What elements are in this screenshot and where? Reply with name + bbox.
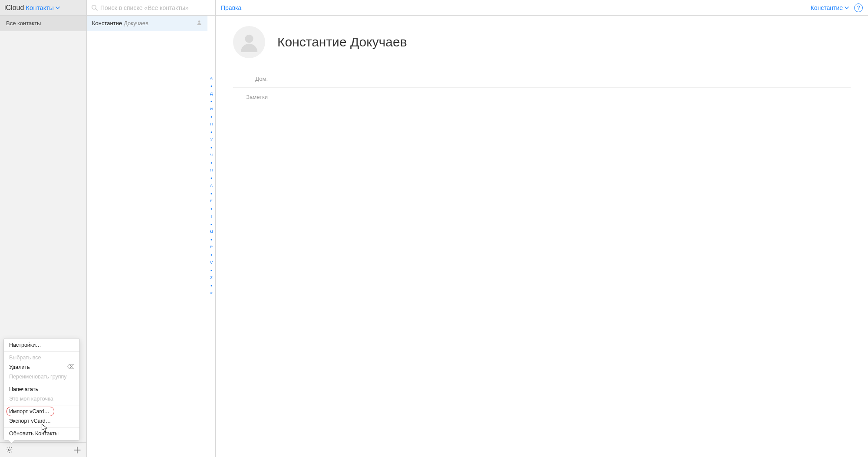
menu-settings[interactable]: Настройки…	[4, 340, 79, 350]
menu-refresh[interactable]: Обновить Контакты	[4, 429, 79, 438]
alpha-index-dot[interactable]: •	[210, 285, 212, 286]
alpha-index-letter[interactable]: У	[210, 138, 213, 142]
alpha-index-dot[interactable]: •	[210, 162, 212, 164]
alpha-index-dot[interactable]: •	[210, 147, 212, 148]
contact-detail: Константие Докучаев Дом. Заметки	[216, 16, 868, 457]
detail-field-notes[interactable]: Заметки	[233, 94, 851, 100]
groups-footer	[0, 442, 86, 457]
contact-row-selected[interactable]: Константие Докучаев	[87, 16, 207, 31]
alpha-index-letter[interactable]: А	[210, 76, 213, 80]
edit-button[interactable]: Правка	[221, 4, 241, 11]
contact-last-name: Докучаев	[124, 20, 148, 26]
contact-first-name: Константие	[92, 20, 122, 26]
group-all-contacts[interactable]: Все контакты	[0, 16, 86, 31]
svg-line-1	[95, 9, 97, 10]
alpha-index-letter[interactable]: A	[210, 184, 213, 188]
me-menu[interactable]: Константие	[811, 4, 849, 11]
top-bar: iCloud Контакты Правка Константие ?	[0, 0, 868, 16]
person-icon	[239, 32, 259, 52]
gear-icon	[6, 446, 13, 454]
add-button[interactable]	[72, 445, 82, 455]
alpha-index-letter[interactable]: #	[210, 291, 212, 295]
contact-list-column: Константие Докучаев А•Д•И•П•У•Ч•Я•A•E•I•…	[87, 16, 216, 457]
contact-list: Константие Докучаев	[87, 16, 207, 457]
alpha-index-dot[interactable]: •	[210, 193, 212, 194]
menu-my-card: Это моя карточка	[4, 394, 79, 404]
detail-field-home[interactable]: Дом.	[233, 70, 851, 88]
settings-menu: Настройки… Выбрать все Удалить Переимено…	[3, 338, 80, 441]
alpha-index-letter[interactable]: Z	[210, 276, 213, 280]
search-input[interactable]	[100, 4, 211, 11]
alpha-index-letter[interactable]: I	[211, 215, 212, 219]
topbar-right: Правка Константие ?	[216, 0, 868, 15]
alpha-index-dot[interactable]: •	[210, 208, 212, 210]
alpha-index-letter[interactable]: Я	[210, 168, 213, 172]
detail-notes-label: Заметки	[233, 94, 268, 100]
app-switcher-label: Контакты	[26, 4, 54, 11]
groups-sidebar: Все контакты Настройки… Выбрать все Удал…	[0, 16, 87, 457]
app-switcher[interactable]: Контакты	[26, 4, 60, 11]
alpha-index-letter[interactable]: E	[210, 199, 213, 203]
brand-label: iCloud	[4, 4, 24, 12]
main-area: Все контакты Настройки… Выбрать все Удал…	[0, 16, 868, 457]
alpha-index-letter[interactable]: П	[210, 122, 213, 126]
alpha-index-letter[interactable]: И	[210, 107, 213, 111]
alpha-index-dot[interactable]: •	[210, 254, 212, 256]
menu-import-vcard[interactable]: Импорт vCard…	[4, 407, 79, 416]
search-icon	[91, 4, 98, 11]
backspace-icon	[67, 364, 74, 370]
alpha-index-letter[interactable]: Д	[210, 92, 213, 95]
detail-name: Константие Докучаев	[277, 35, 407, 49]
alpha-index-dot[interactable]: •	[210, 85, 212, 87]
menu-rename-group: Переименовать группу	[4, 372, 79, 381]
alpha-index[interactable]: А•Д•И•П•У•Ч•Я•A•E•I•M•R•V•Z•#	[207, 16, 215, 457]
alpha-index-dot[interactable]: •	[210, 177, 212, 179]
me-menu-label: Константие	[811, 4, 843, 11]
menu-select-all: Выбрать все	[4, 353, 79, 362]
alpha-index-dot[interactable]: •	[210, 100, 212, 102]
help-button[interactable]: ?	[854, 3, 863, 12]
avatar[interactable]	[233, 26, 265, 58]
alpha-index-dot[interactable]: •	[210, 131, 212, 133]
menu-print[interactable]: Напечатать	[4, 385, 79, 394]
detail-home-label: Дом.	[233, 76, 268, 82]
chevron-down-icon	[845, 6, 849, 10]
topbar-left: iCloud Контакты	[0, 0, 87, 15]
svg-point-4	[245, 35, 253, 43]
svg-point-2	[8, 449, 10, 450]
search-field-wrap[interactable]	[87, 0, 216, 15]
alpha-index-dot[interactable]: •	[210, 270, 212, 271]
alpha-index-letter[interactable]: M	[210, 230, 213, 234]
alpha-index-dot[interactable]: •	[210, 224, 212, 225]
menu-export-vcard[interactable]: Экспорт vCard…	[4, 416, 79, 426]
svg-point-3	[198, 20, 201, 23]
menu-delete[interactable]: Удалить	[4, 362, 79, 372]
plus-icon	[74, 447, 81, 454]
alpha-index-dot[interactable]: •	[210, 239, 212, 240]
alpha-index-dot[interactable]: •	[210, 116, 212, 118]
alpha-index-letter[interactable]: R	[210, 245, 213, 249]
chevron-down-icon	[56, 6, 60, 10]
alpha-index-letter[interactable]: Ч	[210, 153, 213, 157]
me-card-icon	[196, 20, 202, 27]
settings-gear-button[interactable]	[4, 445, 14, 455]
detail-header: Константие Докучаев	[233, 26, 851, 58]
alpha-index-letter[interactable]: V	[210, 261, 213, 265]
menu-delete-label: Удалить	[9, 364, 30, 370]
